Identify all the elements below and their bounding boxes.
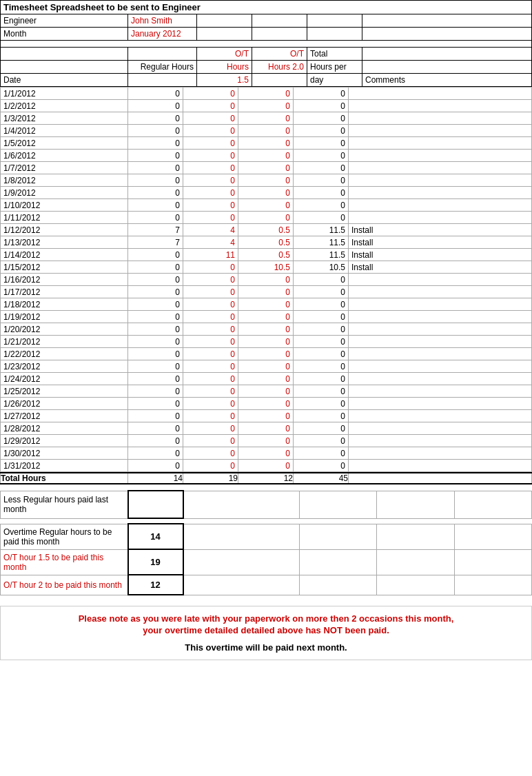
comment-cell xyxy=(349,360,532,373)
value-cell: 4 xyxy=(183,224,238,236)
value-cell: 0 xyxy=(238,199,294,212)
value-cell: 0 xyxy=(128,460,183,472)
value-cell: 0 xyxy=(238,137,294,150)
value-cell: 4 xyxy=(183,236,238,249)
comment-cell xyxy=(349,348,532,360)
comment-cell xyxy=(349,137,532,150)
value-cell: 0 xyxy=(238,298,294,311)
value-cell: 0 xyxy=(183,212,238,224)
data-row: 1/14/20120110.511.5Install xyxy=(1,249,532,261)
value-cell: 0 xyxy=(128,298,183,311)
value-cell: 0 xyxy=(294,187,349,199)
date-cell: 1/29/2012 xyxy=(1,435,128,447)
empty-cell-2 xyxy=(252,14,307,28)
comments-header-empty2 xyxy=(362,61,532,74)
comments-header-empty xyxy=(362,48,532,61)
spreadsheet-title: Timesheet Spreadsheet to be sent to Engi… xyxy=(1,1,532,14)
date-cell: 1/26/2012 xyxy=(1,398,128,410)
value-cell: 0.5 xyxy=(238,249,294,261)
date-cell: 1/13/2012 xyxy=(1,236,128,249)
comment-cell xyxy=(349,373,532,385)
data-row: 1/5/20120000 xyxy=(1,137,532,150)
date-cell: 1/22/2012 xyxy=(1,348,128,360)
total-header1: Total xyxy=(307,48,362,61)
value-cell: 0 xyxy=(128,373,183,385)
value-cell: 0 xyxy=(294,323,349,336)
value-cell: 0 xyxy=(183,174,238,187)
totals-label: Total Hours xyxy=(1,473,128,484)
date-cell: 1/3/2012 xyxy=(1,112,128,125)
data-row: 1/16/20120000 xyxy=(1,274,532,286)
date-header: Date xyxy=(1,74,128,87)
notice-line2: your overtime detailed detailed above ha… xyxy=(14,625,518,635)
col-header-row2: Regular Hours Hours Hours 2.0 Hours per xyxy=(1,61,532,74)
regular-header-label xyxy=(128,74,197,87)
ot15-row: O/T hour 1.5 to be paid this month 19 xyxy=(1,549,532,575)
data-row: 1/15/20120010.510.5Install xyxy=(1,261,532,274)
value-cell: 0 xyxy=(128,261,183,274)
value-cell: 0 xyxy=(128,385,183,398)
data-row: 1/18/20120000 xyxy=(1,298,532,311)
date-header-empty2 xyxy=(1,61,128,74)
data-row: 1/29/20120000 xyxy=(1,435,532,447)
value-cell: 0 xyxy=(294,212,349,224)
value-cell: 7 xyxy=(128,236,183,249)
comment-cell xyxy=(349,422,532,435)
ot15-sum-label-text: O/T hour 1.5 to be paid this month xyxy=(3,553,103,572)
empty-cell-6 xyxy=(252,28,307,41)
comment-cell xyxy=(349,460,532,472)
value-cell: 0 xyxy=(238,286,294,298)
value-cell: 0 xyxy=(294,199,349,212)
value-cell: 0 xyxy=(238,385,294,398)
empty-cell-8 xyxy=(362,28,532,41)
date-cell: 1/5/2012 xyxy=(1,137,128,150)
ot-regular-empty4 xyxy=(454,524,531,549)
value-cell: 0 xyxy=(183,311,238,323)
comment-cell: Install xyxy=(349,249,532,261)
value-cell: 0 xyxy=(294,422,349,435)
value-cell: 7 xyxy=(128,224,183,236)
data-row: 1/22/20120000 xyxy=(1,348,532,360)
value-cell: 0 xyxy=(238,373,294,385)
less-empty xyxy=(183,491,300,518)
regular-header: Regular Hours xyxy=(128,61,197,74)
less-row: Less Regular hours paid last month xyxy=(1,491,532,518)
value-cell: 0 xyxy=(238,422,294,435)
value-cell: 0 xyxy=(128,336,183,348)
totals-total: 45 xyxy=(294,473,349,484)
date-cell: 1/7/2012 xyxy=(1,162,128,174)
date-cell: 1/9/2012 xyxy=(1,187,128,199)
data-row: 1/17/20120000 xyxy=(1,286,532,298)
value-cell: 0 xyxy=(294,137,349,150)
date-cell: 1/18/2012 xyxy=(1,298,128,311)
value-cell: 0 xyxy=(183,323,238,336)
comment-cell xyxy=(349,174,532,187)
ot-regular-empty2 xyxy=(299,524,376,549)
ot15-sum-empty3 xyxy=(377,549,454,575)
comments-header: Comments xyxy=(362,74,532,87)
value-cell: 0 xyxy=(238,348,294,360)
data-row: 1/30/20120000 xyxy=(1,447,532,460)
date-cell: 1/15/2012 xyxy=(1,261,128,274)
comment-cell xyxy=(349,88,532,100)
comment-cell xyxy=(349,385,532,398)
data-row: 1/23/20120000 xyxy=(1,360,532,373)
month-label: Month xyxy=(1,28,128,41)
notice-section: Please note as you were late with your p… xyxy=(0,606,532,660)
ot15-sum-empty4 xyxy=(454,549,531,575)
value-cell: 0 xyxy=(128,88,183,100)
totals-ot15: 19 xyxy=(183,473,238,484)
ot-regular-empty3 xyxy=(377,524,454,549)
value-cell: 0 xyxy=(128,125,183,137)
comment-cell xyxy=(349,150,532,162)
value-cell: 0 xyxy=(238,88,294,100)
ot20-sum-empty2 xyxy=(299,575,376,595)
col-header-row3: Date 1.5 day Comments xyxy=(1,74,532,87)
comment-cell: Install xyxy=(349,224,532,236)
comment-cell xyxy=(349,410,532,422)
less-input-box[interactable] xyxy=(128,491,183,518)
data-row: 1/19/20120000 xyxy=(1,311,532,323)
value-cell: 11.5 xyxy=(294,236,349,249)
value-cell: 0 xyxy=(183,286,238,298)
value-cell: 0 xyxy=(128,348,183,360)
